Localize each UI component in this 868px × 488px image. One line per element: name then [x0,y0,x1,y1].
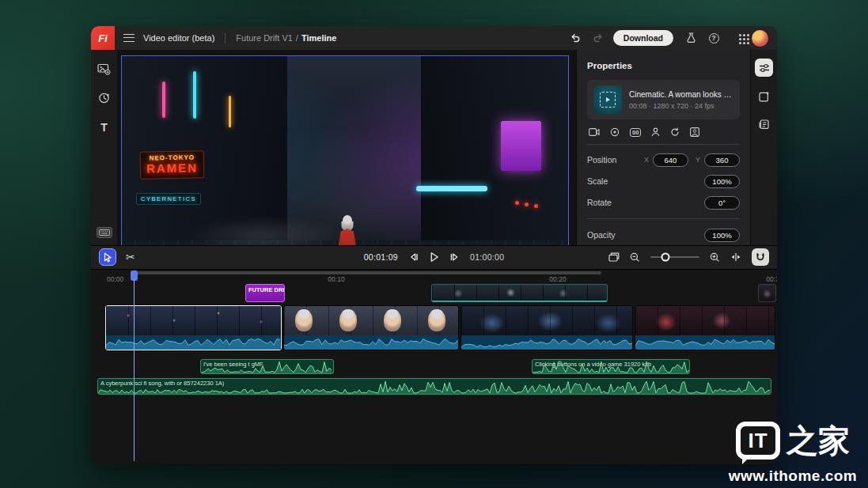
zoom-in-button[interactable] [710,252,720,263]
previous-frame-button[interactable] [408,252,419,262]
sliders-icon [759,63,770,73]
app-title: Video editor (beta) [143,33,214,43]
screenshot-stage: Fi Video editor (beta) Future Drift V1/T… [0,0,868,488]
redo-icon [593,33,604,44]
timeline-view-controls [608,248,769,266]
position-label: Position [587,155,644,165]
neon-lanterns [515,201,519,205]
beta-flask-button[interactable] [683,30,699,46]
scissors-icon: ✂ [126,251,135,263]
rotate-label: Rotate [587,198,704,207]
scale-row: Scale 100% [587,175,740,187]
cut-tool-button[interactable]: ✂ [126,252,135,263]
neon-strip [162,81,165,118]
position-row: Position X 640 Y 360 [587,153,740,166]
zoom-slider-thumb[interactable] [661,253,669,262]
character-button[interactable] [651,127,660,137]
overlay-video-clip[interactable] [431,284,608,302]
flask-icon [686,32,696,44]
snap-toggle-button[interactable] [752,248,769,266]
sign-text-ramen: RAMEN [146,161,197,175]
video-clip-4[interactable] [635,305,775,350]
scale-input[interactable]: 100% [704,175,740,188]
undo-button[interactable] [567,30,583,46]
properties-title: Properties [587,61,740,70]
opacity-input[interactable]: 100% [704,229,740,242]
rotate-input[interactable]: 0° [704,196,740,210]
captions-tab-button[interactable] [755,115,773,134]
camera-button[interactable] [589,128,600,136]
portrait-button[interactable] [690,127,699,137]
timeline-scrollbar[interactable] [137,271,601,274]
firefly-logo[interactable]: Fi [91,26,115,50]
help-icon: ? [709,33,719,44]
video-clip-4-waveform [635,335,775,350]
apps-grid-button[interactable] [729,30,745,46]
video-clip-3[interactable] [461,305,633,350]
opacity-row: Opacity 100% [587,229,740,241]
scene-buildings-right [421,56,568,266]
speech-clip-1[interactable]: I've been seeing t gMF [200,359,334,374]
text-clip-future-drift[interactable]: FUTURE DRI [245,284,285,302]
next-frame-button[interactable] [449,252,460,262]
download-button[interactable]: Download [613,30,673,46]
position-x-input[interactable]: 640 [653,153,688,167]
clock-icon [98,92,111,104]
breadcrumb-project-name[interactable]: Future Drift V1 [236,33,293,43]
magnet-icon [756,252,765,262]
neon-sign-cybernetics: CYBERNETICS [136,193,201,205]
help-button[interactable]: ? [706,30,722,46]
generated-video-icon [600,92,616,108]
apps-grid-icon [739,34,741,36]
properties-panel: Properties Cinematic. A woman looks a...… [576,50,750,245]
zoom-out-button[interactable] [630,252,640,263]
frame-counter-button[interactable]: 00 [630,128,641,137]
timeline-tracks[interactable]: 00:00 00:10 00:20 00:30 FUTURE DRI [91,269,777,465]
video-clip-4-thumbnails [635,306,775,335]
regenerate-button[interactable] [670,127,680,137]
music-clip[interactable]: A cyberpunk sci fi song, with or 8572422… [97,378,771,395]
fit-timeline-button[interactable] [730,252,741,262]
playhead[interactable] [130,270,138,462]
next-frame-icon [449,252,460,262]
loop-button[interactable] [610,127,620,137]
cursor-icon [103,252,112,263]
zoom-slider[interactable] [650,256,699,258]
user-avatar[interactable] [752,30,768,47]
properties-tab-button[interactable] [755,59,773,77]
play-button[interactable] [429,252,439,263]
ruler-tick: 00:10 [328,275,344,283]
clip-action-row: 00 [587,119,740,145]
edit-image-tab-button[interactable] [755,87,773,105]
select-tool-button[interactable] [99,248,116,266]
video-clip-2-thumbnails [284,306,458,335]
neon-sign-purple [501,121,541,171]
captions-icon [759,119,769,130]
overlay-video-clip-fragment[interactable] [758,284,776,302]
ithome-logo-cjk: 之家 [787,425,850,456]
timeline-toolbar: ✂ 00:01:09 01:00:00 [91,245,777,269]
play-icon [429,252,439,263]
hamburger-menu-icon[interactable] [123,34,135,42]
position-y-input[interactable]: 360 [704,153,740,167]
video-clip-2[interactable] [283,305,459,350]
redo-button[interactable] [590,30,606,46]
track-layout-button[interactable] [608,252,620,262]
neon-sign-ramen: NEO-TOKYO RAMEN [139,150,204,179]
history-button[interactable] [97,90,112,106]
keyboard-shortcuts-button[interactable] [97,227,112,238]
neon-strip [193,71,196,119]
neon-sign-cyan [416,186,487,191]
speech-clip-2[interactable]: Clicking buttons on a video game 31920 k… [532,359,690,374]
app-window: Fi Video editor (beta) Future Drift V1/T… [91,26,777,464]
text-tool-button[interactable]: T [97,119,112,135]
top-bar: Fi Video editor (beta) Future Drift V1/T… [91,26,777,50]
transport-controls: 00:01:09 01:00:00 [364,252,505,263]
total-timecode: 01:00:00 [470,252,504,262]
header-divider [225,33,226,44]
scale-label: Scale [587,176,704,186]
media-library-button[interactable] [97,61,112,77]
clip-card[interactable]: Cinematic. A woman looks a... v.ffgenvid… [587,80,740,119]
ithome-watermark: IT 之家 www.ithome.com [722,422,863,485]
section-divider [587,218,740,219]
